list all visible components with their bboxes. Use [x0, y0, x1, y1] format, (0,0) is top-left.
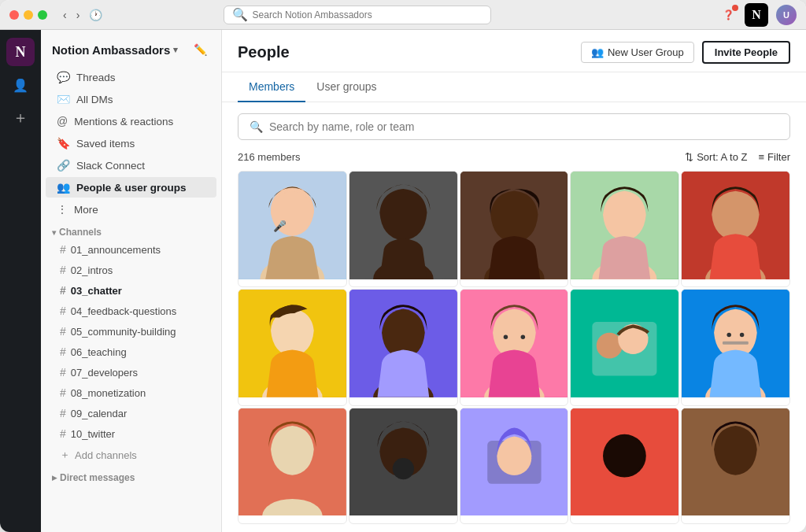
channel-03-chatter[interactable]: # 03_chatter: [46, 281, 216, 300]
back-button[interactable]: ‹: [60, 7, 70, 23]
svg-point-33: [393, 458, 414, 479]
channel-name: 08_monetization: [71, 387, 146, 399]
member-info: Member: [349, 515, 457, 524]
members-search-input[interactable]: [269, 120, 778, 133]
channel-10-twitter[interactable]: # 10_twitter: [46, 424, 216, 443]
sidebar-item-threads[interactable]: 💬 Threads: [46, 67, 216, 87]
member-card[interactable]: Vipul Gupta (India) ♂ Leading Notion Ind…: [570, 289, 679, 405]
avatar[interactable]: U: [776, 5, 797, 25]
sidebar-item-slack-connect[interactable]: 🔗 Slack Connect: [46, 155, 216, 175]
member-card[interactable]: 🎤 Abdullah SaadEddin(Palestine) ♂: [238, 171, 347, 287]
sidebar-item-people[interactable]: 👥 People & user groups: [46, 177, 216, 198]
tab-members-label: Members: [249, 80, 294, 93]
sidebar-item-saved[interactable]: 🔖 Saved items: [46, 133, 216, 153]
tab-user-groups[interactable]: User groups: [305, 72, 387, 102]
tabs: Members User groups: [222, 72, 806, 102]
channel-02-intros[interactable]: # 02_intros: [46, 260, 216, 279]
channel-07-developers[interactable]: # 07_developers: [46, 363, 216, 382]
channels-label: Channels: [59, 227, 102, 238]
hash-icon: #: [60, 366, 66, 379]
member-name: Adjoa Kittoe (New York) ♀: [468, 286, 560, 288]
channel-01-announcements[interactable]: # 01_announcements: [46, 240, 216, 259]
search-icon: 🔍: [250, 120, 263, 133]
members-count: 216 members: [238, 151, 300, 163]
member-info: Doris Chou (Taiwan) ♂ Edtech Taiwan...: [571, 279, 678, 288]
sidebar-icons: N 👤 ＋: [0, 30, 41, 532]
close-button[interactable]: [9, 10, 19, 20]
channel-08-monetization[interactable]: # 08_monetization: [46, 383, 216, 402]
history-button[interactable]: 🕐: [86, 7, 105, 23]
sidebar-item-all-dms[interactable]: ✉️ All DMs: [46, 89, 216, 109]
svg-rect-28: [723, 342, 749, 345]
hash-icon: #: [60, 243, 66, 256]
notion-icon: N: [745, 3, 768, 27]
member-photo: [460, 408, 568, 516]
member-card[interactable]: Member: [570, 408, 679, 524]
sort-label: Sort: A to Z: [697, 151, 747, 163]
slack-connect-icon: 🔗: [57, 159, 70, 172]
member-name: Member: [690, 522, 782, 524]
channels-arrow-icon: ▾: [52, 228, 56, 237]
member-info: Chelsea Bishop (Florida,USA) ♀ Product D…: [349, 397, 457, 406]
channel-06-teaching[interactable]: # 06_teaching: [46, 342, 216, 361]
titlebar-search[interactable]: 🔍: [224, 6, 491, 24]
member-info: Abdullah SaadEddin(Palestine) ♂: [238, 279, 346, 288]
invite-label: Invite People: [715, 46, 778, 58]
member-card[interactable]: Quynh Le (Vietnam) ♂: [681, 289, 790, 405]
member-card[interactable]: Member: [681, 408, 790, 524]
member-card[interactable]: Doris Chou (Taiwan) ♂ Edtech Taiwan...: [570, 171, 679, 287]
member-card[interactable]: Member: [238, 408, 347, 524]
add-workspace-button[interactable]: ＋: [13, 107, 28, 128]
channels-section[interactable]: ▾ Channels: [41, 220, 221, 239]
edit-button[interactable]: ✏️: [190, 39, 210, 60]
filter-button[interactable]: ≡ Filter: [759, 151, 790, 163]
member-card[interactable]: Ahmed Abouzaid (Egypt) ♂: [681, 171, 790, 287]
channel-name: 07_developers: [71, 367, 138, 379]
member-card[interactable]: Member: [349, 408, 458, 524]
member-card[interactable]: Dagmar Mehling (Germany) ♂: [238, 289, 347, 405]
member-card[interactable]: danny (Ghana) ♂: [349, 171, 458, 287]
sort-button[interactable]: ⇅ Sort: A to Z: [685, 151, 747, 163]
saved-icon: 🔖: [57, 137, 70, 150]
filter-label: Filter: [767, 151, 790, 163]
channel-04-feedback[interactable]: # 04_feedback-questions: [46, 301, 216, 320]
invite-people-button[interactable]: Invite People: [702, 41, 790, 64]
help-icon[interactable]: ❓: [719, 6, 737, 24]
new-user-group-button[interactable]: 👥 New User Group: [581, 42, 694, 63]
people-icon[interactable]: 👤: [6, 71, 35, 99]
tab-members[interactable]: Members: [238, 72, 305, 102]
gender-icon: ♂: [545, 405, 551, 406]
workspace-title[interactable]: Notion Ambassadors ▾: [52, 43, 178, 57]
direct-messages-section[interactable]: ▸ Direct messages: [41, 466, 221, 485]
sidebar-item-mentions[interactable]: @ Mentions & reactions: [46, 111, 216, 131]
channel-05-community[interactable]: # 05_community-building: [46, 322, 216, 341]
sidebar-item-more[interactable]: ⋮ More: [46, 199, 216, 220]
svg-point-26: [727, 333, 731, 337]
slack-connect-label: Slack Connect: [76, 160, 145, 172]
page-title: People: [238, 43, 290, 61]
notion-workspace-icon[interactable]: N: [6, 38, 35, 66]
members-grid: 🎤 Abdullah SaadEddin(Palestine) ♂: [222, 171, 806, 532]
member-card[interactable]: Member: [460, 408, 569, 524]
member-name: Ahmed Abouzaid (Egypt) ♂: [690, 286, 782, 288]
maximize-button[interactable]: [38, 10, 47, 20]
channel-09-calendar[interactable]: # 09_calendar: [46, 404, 216, 423]
sort-icon: ⇅: [685, 151, 693, 163]
hash-icon: #: [60, 427, 66, 440]
add-channels-item[interactable]: ＋ Add channels: [46, 445, 216, 465]
minimize-button[interactable]: [24, 10, 33, 20]
channel-name: 04_feedback-questions: [71, 305, 176, 317]
member-card[interactable]: Adjoa Kittoe (New York) ♀ Culinarian | W…: [460, 171, 569, 287]
forward-button[interactable]: ›: [73, 7, 83, 23]
member-info: Vipul Gupta (India) ♂ Leading Notion Ind…: [571, 397, 678, 406]
member-card[interactable]: Cassie (Taiwan) ♂ 5amCEO ❤️: [460, 289, 569, 405]
member-card[interactable]: Chelsea Bishop (Florida,USA) ♀ Product D…: [349, 289, 458, 405]
titlebar-search-input[interactable]: [253, 9, 482, 20]
member-name: Doris Chou (Taiwan) ♂: [579, 286, 671, 288]
member-name: danny (Ghana) ♂: [357, 286, 449, 288]
channel-name: 06_teaching: [71, 346, 127, 358]
hash-icon: #: [60, 407, 66, 419]
member-info: Dagmar Mehling (Germany) ♂: [238, 397, 346, 406]
more-icon: ⋮: [57, 203, 68, 216]
members-search-bar[interactable]: 🔍: [238, 113, 790, 140]
